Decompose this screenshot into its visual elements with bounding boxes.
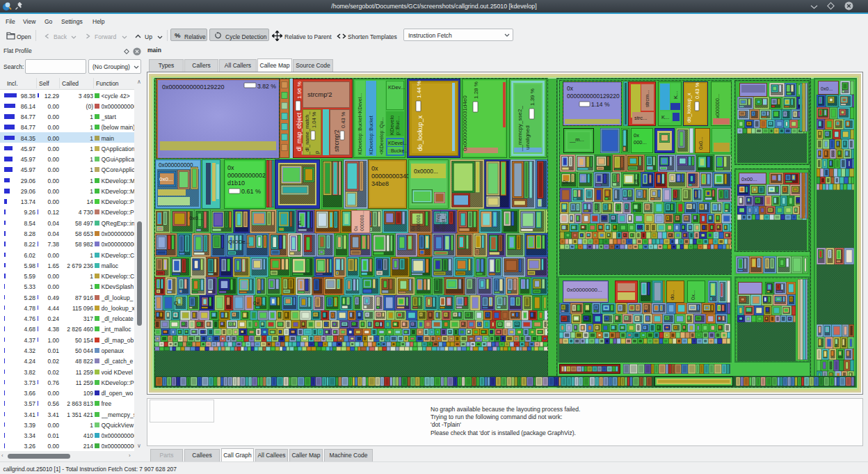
- svg-text:0x000000000031d4e0: 0x000000000031d4e0: [462, 95, 468, 151]
- svg-text:strcmp'2: strcmp'2: [307, 90, 332, 98]
- svg-text:1.04 %: 1.04 %: [311, 111, 317, 128]
- svg-text:K...: K...: [661, 114, 669, 120]
- svg-text:000...: 000...: [634, 139, 647, 145]
- svg-text:<KDevelop::Qu...: <KDevelop::Qu...: [379, 117, 385, 155]
- svg-text:34be8: 34be8: [371, 180, 389, 187]
- svg-text:do...: do...: [669, 290, 675, 300]
- svg-text:do_lookup_x: do_lookup_x: [417, 115, 424, 151]
- svg-text:KDevel...: KDevel...: [388, 141, 408, 145]
- svg-text:_in...: _in...: [296, 216, 303, 229]
- svg-text:0x...: 0x...: [563, 179, 572, 185]
- svg-text:1.14 %: 1.14 %: [591, 101, 610, 108]
- svg-text:0x: 0x: [353, 226, 358, 231]
- svg-text:0x000000...: 0x000000...: [714, 94, 721, 121]
- svg-text:0x00...: 0x00...: [741, 176, 757, 182]
- svg-text:unaligned: unaligned: [524, 125, 531, 150]
- svg-text:0x...: 0x...: [690, 290, 696, 300]
- svg-text:00000000340: 00000000340: [371, 173, 410, 180]
- svg-text:KDevelop::Bucket<KDevel...: KDevelop::Bucket<KDevel...: [357, 93, 363, 155]
- svg-text:0x0...: 0x0...: [821, 86, 833, 91]
- svg-text:0x: 0x: [567, 85, 574, 92]
- svg-text:_d...: _d...: [634, 175, 639, 186]
- svg-text:0x0...: 0x0...: [698, 137, 704, 150]
- svg-text:0x: 0x: [634, 132, 639, 139]
- svg-text:__memcpy_sse2_: __memcpy_sse2_: [517, 106, 523, 152]
- svg-text:d1b10: d1b10: [227, 180, 245, 187]
- svg-text:0.43 %: 0.43 %: [694, 82, 700, 99]
- svg-text:object_...: object_...: [441, 212, 447, 232]
- svg-text:p: p: [314, 150, 320, 154]
- svg-text:0x00000000...: 0x00000000...: [567, 287, 602, 293]
- svg-text:_dl_name_match_: _dl_name_match_: [304, 111, 310, 155]
- svg-text:0x0...: 0x0...: [159, 176, 173, 182]
- svg-text:0x: 0x: [227, 164, 234, 171]
- svg-text:_dl_map_: _dl_map_: [435, 210, 441, 232]
- svg-text:1.39 %: 1.39 %: [529, 88, 536, 106]
- svg-text:strc...: strc...: [634, 115, 647, 121]
- svg-text:000000...: 000000...: [360, 211, 364, 231]
- svg-text:00000000002: 00000000002: [227, 172, 266, 179]
- svg-text:0x: 0x: [371, 165, 378, 172]
- svg-text:0000000000129220: 0000000000129220: [567, 93, 620, 100]
- svg-text:Q...: Q...: [174, 300, 183, 306]
- svg-text:1.28 %: 1.28 %: [473, 81, 479, 99]
- svg-text:::Bucke...: ::Bucke...: [388, 148, 408, 153]
- svg-text:0.43 %: 0.43 %: [340, 111, 346, 128]
- svg-text:p::Buc...: p::Buc...: [394, 116, 401, 135]
- svg-text:_dl_map_object: _dl_map_object: [296, 112, 303, 155]
- svg-text:0x0000...: 0x0000...: [414, 168, 438, 175]
- svg-text:KDev...: KDev...: [388, 84, 405, 90]
- svg-text:0x0...: 0x0...: [189, 215, 203, 221]
- svg-text:strcm...: strcm...: [644, 90, 650, 107]
- svg-text:KDevelop::Bucket: KDevelop::Bucket: [369, 116, 374, 155]
- svg-text:0.61 %: 0.61 %: [241, 188, 261, 195]
- svg-text:QIODe...: QIODe...: [228, 239, 250, 245]
- svg-text:3.82 %: 3.82 %: [257, 83, 276, 90]
- svg-text:0x0000000000129220: 0x0000000000129220: [162, 84, 225, 90]
- svg-text:000000...: 000000...: [416, 211, 421, 231]
- svg-text:0x: 0x: [410, 226, 415, 231]
- svg-text:0x...: 0x...: [253, 300, 264, 306]
- svg-text:strcmp'2: strcmp'2: [333, 129, 340, 152]
- svg-text:__m...: __m...: [569, 136, 584, 143]
- svg-text:do_lookup_x: do_lookup_x: [686, 93, 692, 123]
- svg-text:K...: K...: [673, 91, 679, 99]
- svg-text:1.44 %: 1.44 %: [416, 81, 422, 98]
- svg-text:1.96 %: 1.96 %: [296, 81, 303, 99]
